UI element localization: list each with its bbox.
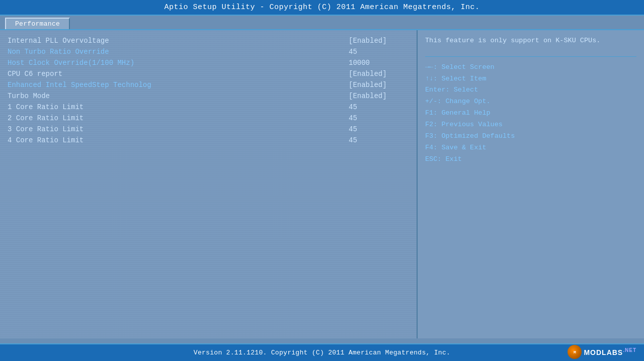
key-help-item-5: F2: Previous Values [425,119,636,131]
menu-value-5: [Enabled] [349,92,409,100]
menu-value-4: [Enabled] [349,81,409,89]
main-content: Internal PLL Overvoltage[Enabled]Non Tur… [0,30,644,338]
menu-value-3: [Enabled] [349,70,409,78]
key-help-item-1: ↑↓: Select Item [425,73,636,85]
menu-value-8: 45 [349,125,409,133]
menu-label-7: 2 Core Ratio Limit [8,114,84,122]
menu-value-9: 45 [349,136,409,144]
modlabs-logo: M MODLABS.NET [568,345,636,359]
key-help-item-4: F1: General Help [425,108,636,119]
menu-label-0: Internal PLL Overvoltage [8,37,109,45]
menu-label-3: CPU C6 report [8,70,62,78]
menu-label-5: Turbo Mode [8,92,50,100]
key-help-item-0: →←: Select Screen [425,62,636,73]
right-panel: This feature is only support on K-SKU CP… [418,30,644,338]
title-bar: Aptio Setup Utility - Copyright (C) 2011… [0,0,644,16]
title-text: Aptio Setup Utility - Copyright (C) 2011… [164,3,479,12]
key-help-item-6: F3: Optimized Defaults [425,131,636,142]
menu-value-1: 45 [349,48,409,56]
left-panel: Internal PLL Overvoltage[Enabled]Non Tur… [0,30,418,338]
tab-row: Performance [0,16,644,30]
menu-value-2: 10000 [349,59,409,67]
menu-item-1[interactable]: Non Turbo Ratio Override45 [8,46,409,57]
menu-label-4: Enhanced Intel SpeedStep Technolog [8,81,151,89]
menu-item-5[interactable]: Turbo Mode[Enabled] [8,91,409,102]
menu-value-6: 45 [349,103,409,111]
key-help-item-2: Enter: Select [425,84,636,96]
menu-item-6[interactable]: 1 Core Ratio Limit45 [8,102,409,113]
menu-item-3[interactable]: CPU C6 report[Enabled] [8,68,409,79]
menu-item-0[interactable]: Internal PLL Overvoltage[Enabled] [8,35,409,46]
menu-value-0: [Enabled] [349,37,409,45]
performance-tab[interactable]: Performance [5,18,70,29]
menu-item-9[interactable]: 4 Core Ratio Limit45 [8,135,409,146]
modlabs-suffix: .NET [623,347,636,353]
divider [425,56,636,57]
modlabs-icon: M [568,345,582,359]
modlabs-text: MODLABS.NET [584,347,636,356]
key-help: →←: Select Screen↑↓: Select ItemEnter: S… [425,62,636,165]
menu-item-7[interactable]: 2 Core Ratio Limit45 [8,113,409,124]
menu-item-4[interactable]: Enhanced Intel SpeedStep Technolog[Enabl… [8,79,409,91]
menu-label-9: 4 Core Ratio Limit [8,136,84,144]
version-text: Version 2.11.1210. Copyright (C) 2011 Am… [0,349,644,356]
key-help-item-3: +/-: Change Opt. [425,96,636,108]
menu-label-6: 1 Core Ratio Limit [8,103,84,111]
menu-item-8[interactable]: 3 Core Ratio Limit45 [8,124,409,135]
menu-label-8: 3 Core Ratio Limit [8,125,84,133]
menu-value-7: 45 [349,114,409,122]
menu-item-2[interactable]: Host Clock Override(1/100 MHz)10000 [8,57,409,68]
key-help-item-8: ESC: Exit [425,154,636,165]
bottom-bar: Version 2.11.1210. Copyright (C) 2011 Am… [0,343,644,361]
key-help-item-7: F4: Save & Exit [425,142,636,154]
menu-label-2: Host Clock Override(1/100 MHz) [8,59,134,67]
menu-label-1: Non Turbo Ratio Override [8,48,109,56]
help-text: This feature is only support on K-SKU CP… [425,35,636,46]
